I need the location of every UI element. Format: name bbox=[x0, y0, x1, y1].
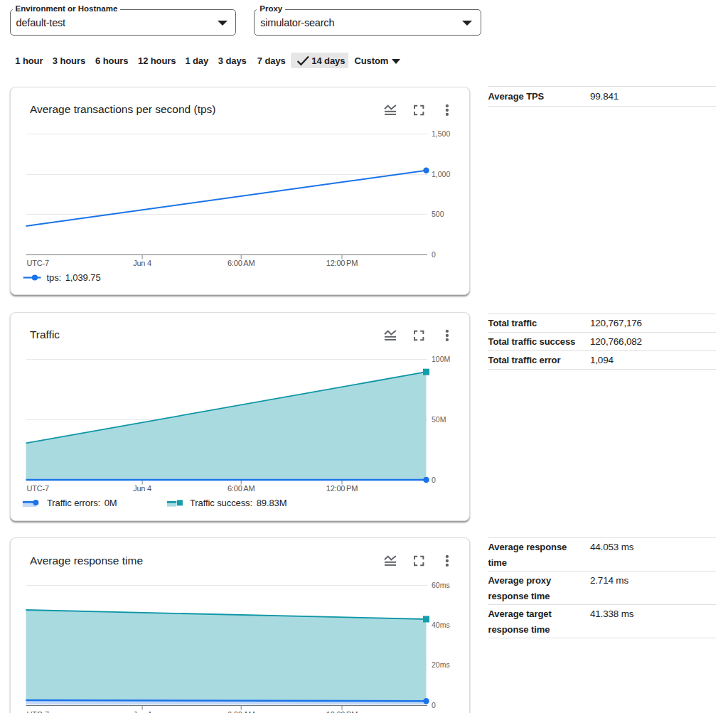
svg-text:0: 0 bbox=[432, 701, 436, 709]
svg-text:1,500: 1,500 bbox=[432, 129, 450, 138]
svg-text:40ms: 40ms bbox=[432, 621, 450, 629]
svg-text:Traffic success: 89.83M: Traffic success: 89.83M bbox=[190, 498, 287, 508]
svg-text:50M: 50M bbox=[432, 415, 446, 424]
svg-text:6:00AM: 6:00AM bbox=[228, 259, 255, 267]
svg-text:1,000: 1,000 bbox=[432, 170, 450, 178]
svg-text:UTC-7: UTC-7 bbox=[27, 484, 49, 493]
svg-text:Jun 4: Jun 4 bbox=[133, 259, 151, 267]
svg-text:500: 500 bbox=[432, 210, 444, 218]
svg-text:Traffic: Traffic bbox=[30, 328, 60, 341]
svg-text:Traffic errors: 0M: Traffic errors: 0M bbox=[47, 498, 117, 508]
svg-text:tps: 1,039.75: tps: 1,039.75 bbox=[47, 272, 101, 283]
svg-text:UTC-7: UTC-7 bbox=[27, 710, 49, 713]
svg-text:100M: 100M bbox=[432, 355, 450, 363]
svg-text:UTC-7: UTC-7 bbox=[27, 259, 49, 267]
svg-text:12:00PM: 12:00PM bbox=[326, 484, 358, 493]
svg-text:12:00PM: 12:00PM bbox=[326, 259, 358, 267]
svg-text:Jun 4: Jun 4 bbox=[133, 710, 151, 713]
svg-text:0: 0 bbox=[432, 250, 436, 259]
svg-text:Average response time: Average response time bbox=[30, 554, 143, 567]
svg-text:Average transactions per secon: Average transactions per second (tps) bbox=[30, 103, 216, 115]
svg-text:60ms: 60ms bbox=[432, 581, 450, 589]
svg-text:0: 0 bbox=[432, 476, 436, 484]
svg-text:Jun 4: Jun 4 bbox=[133, 484, 151, 493]
svg-text:6:00AM: 6:00AM bbox=[228, 710, 255, 713]
svg-text:20ms: 20ms bbox=[432, 660, 450, 669]
svg-text:12:00PM: 12:00PM bbox=[326, 710, 358, 713]
svg-text:6:00AM: 6:00AM bbox=[228, 484, 255, 493]
